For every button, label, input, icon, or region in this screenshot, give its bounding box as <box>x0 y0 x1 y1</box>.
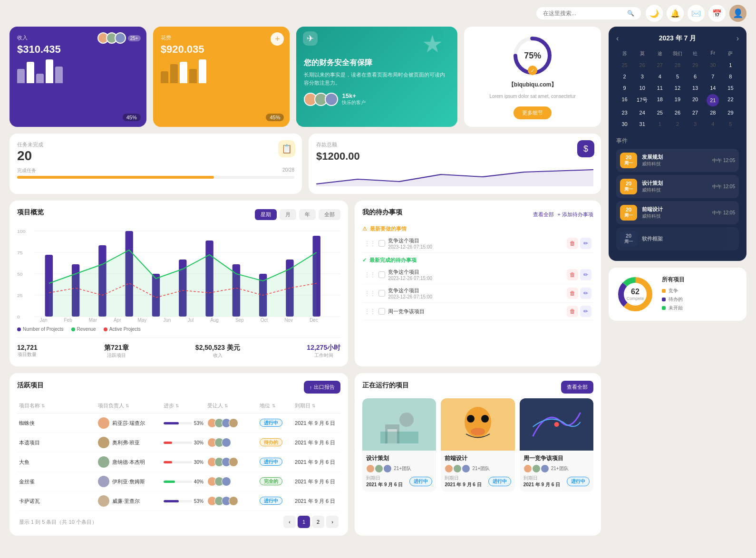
cal-d-28b[interactable]: 28 <box>705 107 721 118</box>
cal-d-10[interactable]: 10 <box>634 83 650 93</box>
cal-d-9[interactable]: 9 <box>616 83 633 93</box>
event-badge-3: 20 周一 <box>620 205 637 221</box>
todo-delete-2[interactable]: 🗑 <box>567 269 578 280</box>
mail-btn[interactable]: ✉️ <box>688 5 705 22</box>
cal-d-6[interactable]: 6 <box>687 71 704 82</box>
topbar: 🔍 🌙 🔔 ✉️ 📅 👤 <box>0 0 756 27</box>
todo-actions-2: 🗑 ✏ <box>567 269 591 280</box>
row1-status: 进行中 <box>260 420 295 426</box>
page-1-btn[interactable]: 1 <box>298 516 310 528</box>
cal-d-4b[interactable]: 4 <box>705 119 721 129</box>
search-input[interactable] <box>543 10 623 17</box>
sort-assignee[interactable]: ⇅ <box>224 404 228 408</box>
todo-edit-3[interactable]: ✏ <box>580 288 591 299</box>
tab-all[interactable]: 全部 <box>319 209 340 220</box>
cal-d-29b[interactable]: 29 <box>722 107 739 118</box>
page-2-btn[interactable]: 2 <box>312 516 324 528</box>
todo-delete-4[interactable]: 🗑 <box>567 306 578 317</box>
view-all-btn[interactable]: 查看全部 <box>561 381 593 394</box>
cal-d-25b[interactable]: 25 <box>651 107 668 118</box>
sort-owner[interactable]: ⇅ <box>126 404 129 408</box>
cal-d-26a[interactable]: 26 <box>634 60 650 70</box>
todo-delete-3[interactable]: 🗑 <box>567 288 578 299</box>
cal-d-24[interactable]: 24 <box>634 107 650 118</box>
next-page-btn[interactable]: › <box>326 516 339 528</box>
tav3-2 <box>532 464 541 473</box>
todo-add-btn[interactable]: + 添加待办事项 <box>558 211 593 218</box>
cal-d-11[interactable]: 11 <box>651 83 668 93</box>
todo-edit-1[interactable]: ✏ <box>580 238 591 249</box>
cal-d-22[interactable]: 22 <box>722 94 739 106</box>
todo-delete-1[interactable]: 🗑 <box>567 238 578 249</box>
sort-progress[interactable]: ⇅ <box>175 404 179 408</box>
todo-check-2[interactable] <box>378 271 385 278</box>
drag-handle-1[interactable]: ⋮⋮ <box>364 240 376 247</box>
cal-d-29a[interactable]: 29 <box>687 60 704 70</box>
todo-edit-4[interactable]: ✏ <box>580 306 591 317</box>
cal-d-7[interactable]: 7 <box>705 71 721 82</box>
cal-d-31[interactable]: 31 <box>634 119 650 129</box>
todo-check-4[interactable] <box>378 308 385 315</box>
cal-d-14[interactable]: 14 <box>705 83 721 93</box>
todo-edit-2[interactable]: ✏ <box>580 269 591 280</box>
cal-d-26b[interactable]: 26 <box>669 107 686 118</box>
drag-handle-3[interactable]: ⋮⋮ <box>364 290 376 297</box>
search-box[interactable]: 🔍 <box>536 7 641 19</box>
cal-d-5b[interactable]: 5 <box>722 119 739 129</box>
export-btn[interactable]: ↑ 出口报告 <box>304 381 341 394</box>
cal-d-1[interactable]: 1 <box>722 60 739 70</box>
calendar-btn[interactable]: 📅 <box>708 5 726 22</box>
sort-name[interactable]: ⇅ <box>41 404 45 408</box>
tab-year[interactable]: 年 <box>299 209 316 220</box>
progress-btn[interactable]: 更多细节 <box>514 106 552 119</box>
cal-d-28a[interactable]: 28 <box>669 60 686 70</box>
todo-actions-3: 🗑 ✏ <box>567 288 591 299</box>
cal-d-25a[interactable]: 25 <box>616 60 633 70</box>
notification-btn[interactable]: 🔔 <box>667 5 684 22</box>
cal-d-16[interactable]: 16 <box>616 94 633 106</box>
cal-d-23[interactable]: 23 <box>616 107 633 118</box>
cal-d-30b[interactable]: 30 <box>616 119 633 129</box>
cal-d-19[interactable]: 19 <box>669 94 686 106</box>
status-badge-1: 进行中 <box>260 419 282 427</box>
tab-week[interactable]: 星期 <box>255 209 277 220</box>
sort-due[interactable]: ⇅ <box>312 404 316 408</box>
stat-revenue-val: $2,50,523 美元 <box>195 344 240 352</box>
cal-d-20[interactable]: 20 <box>687 94 704 106</box>
tab-month[interactable]: 月 <box>280 209 296 220</box>
cal-d-12[interactable]: 12 <box>669 83 686 93</box>
cal-d-3[interactable]: 3 <box>634 71 650 82</box>
cal-d-18[interactable]: 18 <box>651 94 668 106</box>
stat-active-label: 活跃项目 <box>104 352 128 359</box>
cal-prev[interactable]: ‹ <box>616 34 619 43</box>
cal-d-2b[interactable]: 2 <box>669 119 686 129</box>
prev-page-btn[interactable]: ‹ <box>283 516 296 528</box>
cal-d-27a[interactable]: 27 <box>651 60 668 70</box>
todo-check-3[interactable] <box>378 290 385 297</box>
cal-d-8[interactable]: 8 <box>722 71 739 82</box>
cal-d-15[interactable]: 15 <box>722 83 739 93</box>
pagination: 显示 1 到 5 条目（共 10 个条目） ‹ 1 2 › <box>17 511 340 528</box>
todo-view-all[interactable]: 查看全部 <box>533 211 554 218</box>
drag-handle-2[interactable]: ⋮⋮ <box>364 271 376 278</box>
cal-d-17[interactable]: 17号 <box>634 94 650 106</box>
dark-mode-btn[interactable]: 🌙 <box>646 5 663 22</box>
todo-check-1[interactable] <box>378 240 385 247</box>
drag-handle-4[interactable]: ⋮⋮ <box>364 308 376 315</box>
cal-d-1b[interactable]: 1 <box>651 119 668 129</box>
cal-d-21-today[interactable]: 21 <box>707 94 719 106</box>
sort-status[interactable]: ⇅ <box>272 404 276 408</box>
cal-next[interactable]: › <box>737 34 739 43</box>
cal-d-27b[interactable]: 27 <box>687 107 704 118</box>
cal-d-30a[interactable]: 30 <box>705 60 721 70</box>
cal-d-5[interactable]: 5 <box>669 71 686 82</box>
todo-item-1: ⋮⋮ 竞争这个项目 2023-12-26 07:15:00 🗑 ✏ <box>362 234 593 253</box>
promo-footer: 15k+ 快乐的客户 <box>304 92 450 106</box>
cal-d-2[interactable]: 2 <box>616 71 633 82</box>
cal-d-13[interactable]: 13 <box>687 83 704 93</box>
project-card-3: 周一竞争该项目 21+团队 到期日 2021 年 9 月 6 日 <box>520 398 593 492</box>
user-avatar[interactable]: 👤 <box>729 5 746 22</box>
cal-d-3b[interactable]: 3 <box>687 119 704 129</box>
expense-bars <box>161 59 282 83</box>
cal-d-4[interactable]: 4 <box>651 71 668 82</box>
